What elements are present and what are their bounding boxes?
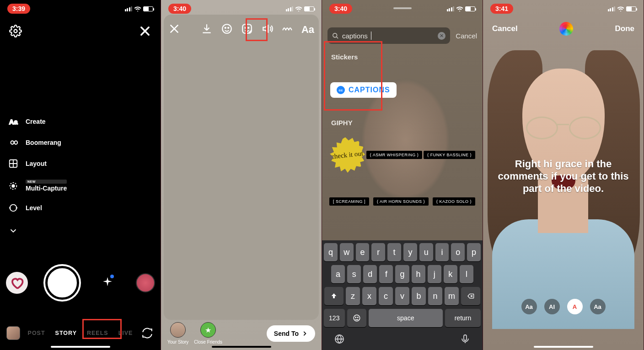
status-icons <box>286 6 315 11</box>
shutter-button[interactable] <box>45 266 79 300</box>
keyboard-row-3: zxcvbnm <box>324 287 481 305</box>
shift-key[interactable] <box>324 287 343 305</box>
style-option-2[interactable]: AI <box>544 299 560 314</box>
giphy-airhorn[interactable]: ( AIR HORN SOUNDS ) <box>373 197 429 206</box>
switch-camera-icon[interactable] <box>140 326 154 340</box>
phone-story-editor: 3:40 Aa Your Story ★ Close Friends Send … <box>161 0 322 350</box>
key-k[interactable]: k <box>444 265 457 283</box>
send-to-button[interactable]: Send To <box>267 325 315 342</box>
key-c[interactable]: c <box>379 287 393 305</box>
svg-point-12 <box>333 33 337 37</box>
camera-option-multicapture[interactable]: NEW Multi-Capture <box>7 180 67 192</box>
level-icon <box>7 203 19 213</box>
settings-gear-icon[interactable] <box>9 25 22 39</box>
cancel-button[interactable]: Cancel <box>492 24 518 33</box>
giphy-funky[interactable]: ( FUNKY BASSLINE ) <box>424 151 475 159</box>
giphy-screaming[interactable]: [ SCREAMING ] <box>329 197 369 206</box>
key-u[interactable]: u <box>419 243 433 261</box>
sticker-icon[interactable] <box>241 23 253 37</box>
option-label: Boomerang <box>26 139 61 146</box>
key-l[interactable]: l <box>460 265 473 283</box>
mode-story[interactable]: STORY <box>55 330 77 336</box>
multicapture-icon <box>7 181 19 191</box>
face-filter-icon[interactable] <box>221 23 233 37</box>
key-t[interactable]: t <box>387 243 401 261</box>
key-i[interactable]: i <box>435 243 449 261</box>
effect-thumbnail[interactable] <box>136 273 155 292</box>
story-canvas[interactable] <box>164 15 319 320</box>
mode-live[interactable]: LIVE <box>118 330 133 336</box>
cc-icon: cc <box>337 86 345 94</box>
numbers-key[interactable]: 123 <box>324 309 345 327</box>
camera-option-level[interactable]: Level <box>7 203 67 213</box>
mic-key[interactable] <box>460 334 471 346</box>
cancel-button[interactable]: Cancel <box>456 32 477 40</box>
mode-post[interactable]: POST <box>28 330 45 336</box>
key-a[interactable]: a <box>331 265 345 283</box>
close-icon[interactable] <box>168 23 180 37</box>
globe-key[interactable] <box>334 334 345 346</box>
return-key[interactable]: return <box>445 309 481 327</box>
camera-option-create[interactable]: Aa Create <box>7 117 67 127</box>
keyboard: qwertyuiop asdfghjkl zxcvbnm 123 space r… <box>322 240 483 350</box>
mode-reels[interactable]: REELS <box>87 330 108 336</box>
key-v[interactable]: v <box>395 287 409 305</box>
giphy-asmr[interactable]: ( ASMR WHISPERING ) <box>366 151 423 159</box>
key-r[interactable]: r <box>371 243 385 261</box>
key-s[interactable]: s <box>347 265 361 283</box>
giphy-kazoo[interactable]: ( KAZOO SOLO ) <box>433 197 475 206</box>
emoji-key[interactable] <box>347 309 366 327</box>
home-indicator <box>51 346 110 348</box>
key-f[interactable]: f <box>379 265 393 283</box>
key-g[interactable]: g <box>395 265 409 283</box>
text-tool-icon[interactable]: Aa <box>301 24 314 36</box>
expand-options-icon[interactable] <box>7 226 67 236</box>
option-label: Create <box>26 118 46 125</box>
option-label: Layout <box>26 160 47 167</box>
key-w[interactable]: w <box>340 243 354 261</box>
done-button[interactable]: Done <box>615 24 635 33</box>
key-b[interactable]: b <box>412 287 426 305</box>
key-h[interactable]: h <box>412 265 425 283</box>
svg-point-4 <box>12 185 15 187</box>
style-option-4[interactable]: Aa <box>590 299 606 314</box>
wifi-icon <box>617 6 624 11</box>
color-picker-icon[interactable] <box>559 22 573 36</box>
new-badge: NEW <box>26 180 67 184</box>
effect-sparkle-icon[interactable] <box>97 272 118 294</box>
key-y[interactable]: y <box>403 243 417 261</box>
infinity-icon <box>7 138 19 148</box>
gallery-thumbnail[interactable] <box>6 326 20 340</box>
effect-heart-icon[interactable] <box>6 272 28 294</box>
key-q[interactable]: q <box>324 243 338 261</box>
backspace-key[interactable] <box>461 287 480 305</box>
clear-search-icon[interactable]: ✕ <box>438 32 445 40</box>
layout-icon <box>7 159 19 169</box>
effects-icon[interactable] <box>281 23 293 37</box>
giphy-check-it-out[interactable]: check it out <box>327 135 367 175</box>
keyboard-row-1: qwertyuiop <box>324 243 481 261</box>
share-close-friends[interactable]: ★ Close Friends <box>194 322 222 345</box>
style-option-1[interactable]: Aa <box>521 299 537 314</box>
space-key[interactable]: space <box>369 309 443 327</box>
caption-overlay-text[interactable]: Right hi grace in the comments if you ge… <box>497 158 630 195</box>
style-option-3[interactable]: A <box>567 299 583 314</box>
key-p[interactable]: p <box>467 243 481 261</box>
download-icon[interactable] <box>201 23 213 37</box>
section-stickers: Stickers <box>331 53 358 61</box>
search-field[interactable]: captions ✕ <box>327 27 450 44</box>
camera-option-boomerang[interactable]: Boomerang <box>7 138 67 148</box>
key-m[interactable]: m <box>445 287 459 305</box>
close-icon[interactable] <box>139 25 151 39</box>
camera-option-layout[interactable]: Layout <box>7 159 67 169</box>
key-z[interactable]: z <box>346 287 360 305</box>
captions-sticker[interactable]: cc CAPTIONS <box>330 82 397 98</box>
key-o[interactable]: o <box>451 243 465 261</box>
key-d[interactable]: d <box>363 265 377 283</box>
key-j[interactable]: j <box>428 265 441 283</box>
key-e[interactable]: e <box>356 243 370 261</box>
key-x[interactable]: x <box>362 287 376 305</box>
share-your-story[interactable]: Your Story <box>167 322 188 345</box>
sound-icon[interactable] <box>261 23 273 37</box>
key-n[interactable]: n <box>428 287 442 305</box>
